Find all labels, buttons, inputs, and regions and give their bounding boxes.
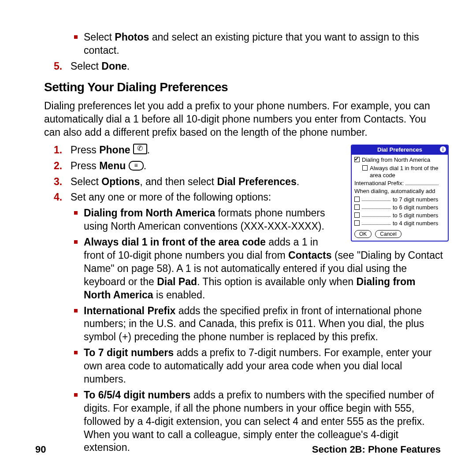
bullet-photos: Select Photos and select an existing pic… — [44, 31, 443, 57]
phone-key-icon — [133, 144, 147, 154]
step-number: 3. — [54, 175, 62, 189]
step-2: 2. Press Menu . — [44, 160, 443, 173]
page-number: 90 — [35, 443, 46, 456]
manual-page: Select Photos and select an existing pic… — [0, 0, 476, 476]
opt-always1: Always dial 1 in front of the area code … — [71, 236, 443, 301]
section-label: Section 2B: Phone Features — [312, 443, 441, 456]
step-number: 5. — [54, 60, 62, 73]
carryover-steps: 5. Select Done. — [44, 60, 443, 73]
step-1: 1. Press Phone . — [44, 144, 443, 157]
section-heading: Setting Your Dialing Preferences — [44, 79, 443, 95]
opt-na: Dialing from North America formats phone… — [71, 207, 443, 233]
opt-intl: International Prefix adds the specified … — [71, 305, 443, 344]
step-number: 1. — [54, 144, 62, 157]
step-5: 5. Select Done. — [44, 60, 443, 73]
step-4: 4. Set any one or more of the following … — [44, 191, 443, 454]
step-number: 2. — [54, 160, 62, 173]
options-sublist: Dialing from North America formats phone… — [71, 207, 443, 454]
page-footer: 90 Section 2B: Phone Features — [0, 443, 476, 456]
opt-seven: To 7 digit numbers adds a prefix to 7-di… — [71, 346, 443, 386]
menu-key-icon — [129, 161, 144, 171]
step-number: 4. — [54, 191, 62, 204]
carryover-sublist: Select Photos and select an existing pic… — [44, 31, 443, 57]
intro-paragraph: Dialing preferences let you add a prefix… — [44, 100, 443, 139]
step-3: 3. Select Options, and then select Dial … — [44, 175, 443, 189]
